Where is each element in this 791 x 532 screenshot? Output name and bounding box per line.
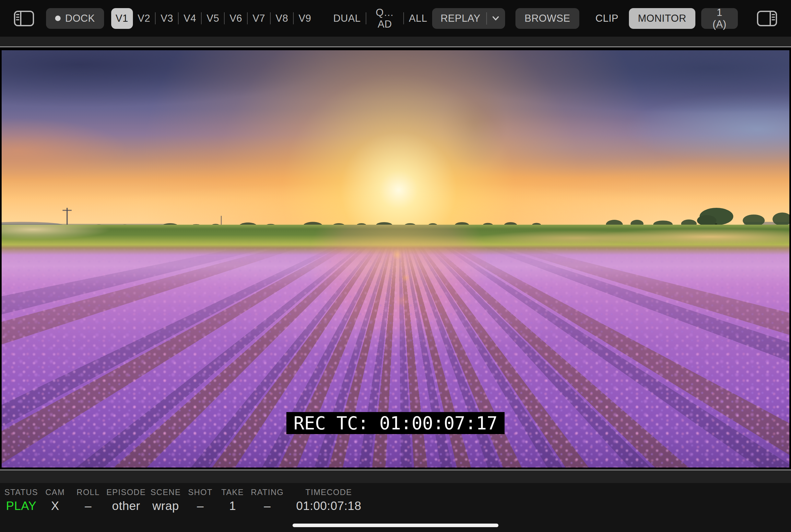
- status-field: STATUS PLAY: [6, 488, 37, 513]
- sidebar-left-icon: [14, 11, 34, 26]
- tab-v3[interactable]: V3: [156, 8, 178, 29]
- lavender-field-video: REC TC: 01:00:07:17: [2, 50, 789, 468]
- toolbar-right-group: REPLAY BROWSE CLIP MONITOR 1 (A): [432, 8, 777, 29]
- monitor-tab[interactable]: MONITOR: [629, 8, 695, 29]
- scene-field-label: SCENE: [150, 488, 181, 497]
- tab-v7[interactable]: V7: [248, 8, 270, 29]
- scene-field-value: wrap: [152, 499, 179, 513]
- view-tabs: V1 V2 V3 V4 V5 V6 V7 V8 V9: [111, 8, 316, 29]
- rec-timecode-overlay: REC TC: 01:00:07:17: [286, 412, 504, 434]
- cam-field-value: X: [51, 499, 59, 513]
- roll-field-value: –: [84, 499, 92, 513]
- record-dot-icon: [55, 16, 61, 21]
- tab-v1[interactable]: V1: [111, 8, 133, 29]
- episode-field: EPISODE other: [107, 488, 146, 513]
- take-field-label: TAKE: [221, 488, 244, 497]
- tab-v6[interactable]: V6: [225, 8, 247, 29]
- take-field-value: 1: [229, 499, 236, 513]
- tab-v8[interactable]: V8: [271, 8, 293, 29]
- vignette-overlay: [2, 50, 789, 468]
- cam-field-label: CAM: [45, 488, 65, 497]
- rating-field-label: RATING: [251, 488, 284, 497]
- video-panel-header-strip: [0, 37, 791, 48]
- browse-button[interactable]: BROWSE: [516, 8, 579, 29]
- shot-field-value: –: [197, 499, 204, 513]
- timecode-field: TIMECODE 01:00:07:18: [288, 488, 369, 513]
- shot-field-label: SHOT: [188, 488, 212, 497]
- replay-button[interactable]: REPLAY: [432, 8, 505, 29]
- layout-mode-tabs: DUAL Q…AD ALL: [328, 8, 432, 29]
- scene-field: SCENE wrap: [150, 488, 182, 513]
- video-assist-app: DOCK V1 V2 V3 V4 V5 V6 V7 V8 V9: [0, 0, 791, 532]
- replay-button-separator: [486, 12, 487, 25]
- sidebar-right-toggle-button[interactable]: [757, 11, 777, 26]
- tab-v9[interactable]: V9: [294, 8, 316, 29]
- roll-field: ROLL –: [74, 488, 103, 513]
- tab-dual[interactable]: DUAL: [328, 8, 366, 29]
- status-field-label: STATUS: [4, 488, 38, 497]
- tab-v4[interactable]: V4: [179, 8, 201, 29]
- video-viewport[interactable]: REC TC: 01:00:07:17: [0, 48, 791, 470]
- timecode-field-value: 01:00:07:18: [296, 499, 362, 513]
- toolbar-left-group: DOCK V1 V2 V3 V4 V5 V6 V7 V8 V9: [14, 8, 432, 29]
- sidebar-left-toggle-button[interactable]: [14, 11, 34, 26]
- chevron-down-icon: [492, 16, 499, 21]
- output-channel-button[interactable]: 1 (A): [701, 8, 738, 29]
- take-field: TAKE 1: [219, 488, 246, 513]
- rating-field: RATING –: [250, 488, 284, 513]
- home-indicator-bar[interactable]: [293, 524, 499, 527]
- roll-field-label: ROLL: [77, 488, 99, 497]
- tab-v2[interactable]: V2: [133, 8, 155, 29]
- episode-field-label: EPISODE: [106, 488, 146, 497]
- tab-quad[interactable]: Q…AD: [366, 8, 404, 29]
- sidebar-right-icon: [757, 11, 777, 26]
- timecode-field-label: TIMECODE: [305, 488, 352, 497]
- episode-field-value: other: [112, 499, 140, 513]
- video-panel-footer-strip: [0, 470, 791, 483]
- replay-button-label: REPLAY: [441, 13, 480, 24]
- status-field-value: PLAY: [6, 499, 37, 513]
- dock-button[interactable]: DOCK: [46, 8, 104, 29]
- tab-all[interactable]: ALL: [404, 8, 432, 29]
- tab-v5[interactable]: V5: [201, 8, 224, 29]
- cam-field: CAM X: [40, 488, 70, 513]
- clip-tab[interactable]: CLIP: [590, 8, 624, 29]
- top-toolbar: DOCK V1 V2 V3 V4 V5 V6 V7 V8 V9: [0, 0, 791, 37]
- shot-field: SHOT –: [186, 488, 215, 513]
- dock-button-label: DOCK: [65, 13, 95, 24]
- rating-field-value: –: [264, 499, 271, 513]
